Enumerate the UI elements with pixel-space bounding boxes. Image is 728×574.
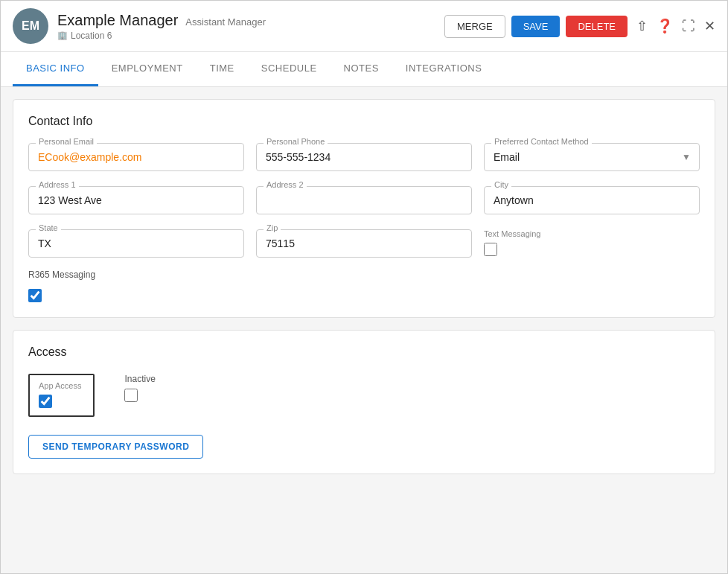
app-access-checkbox-wrapper (39, 395, 81, 408)
header-location: 🏢 Location 6 (57, 31, 444, 41)
employee-name: Example Manager (57, 12, 178, 29)
app-access-label: App Access (39, 381, 81, 390)
state-label: State (36, 223, 61, 232)
app-access-checkbox[interactable] (39, 395, 52, 408)
zip-field: Zip (256, 229, 472, 258)
send-temp-password-button[interactable]: SEND TEMPORARY PASSWORD (28, 435, 203, 459)
header-icons: ⇧ ❓ ⛶ ✕ (636, 18, 715, 34)
r365-messaging-label: R365 Messaging (28, 270, 700, 280)
inactive-checkbox-wrapper (124, 389, 155, 402)
tab-schedule[interactable]: SCHEDULE (248, 52, 331, 86)
merge-button[interactable]: MERGE (444, 15, 505, 38)
r365-messaging-row: R365 Messaging (28, 270, 700, 302)
inactive-checkbox[interactable] (124, 389, 138, 402)
location-icon: 🏢 (57, 31, 68, 40)
r365-messaging-area: R365 Messaging (28, 270, 700, 302)
location-text: Location 6 (71, 31, 112, 41)
personal-email-field: Personal Email (28, 143, 244, 171)
expand-icon[interactable]: ⛶ (682, 19, 695, 34)
employee-role: Assistant Manager (185, 16, 266, 28)
main-content: Contact Info Personal Email Personal Pho… (1, 87, 727, 573)
address2-input[interactable] (256, 186, 472, 214)
contact-info-section: Contact Info Personal Email Personal Pho… (13, 99, 715, 318)
address1-label: Address 1 (36, 180, 79, 189)
app-window: EM Example Manager Assistant Manager 🏢 L… (0, 0, 728, 574)
personal-phone-label: Personal Phone (264, 137, 328, 146)
text-messaging-wrapper (484, 243, 700, 256)
close-icon[interactable]: ✕ (704, 18, 715, 34)
state-field: State (28, 229, 244, 258)
address-row: Address 1 Address 2 City (28, 186, 700, 214)
tab-time[interactable]: TIME (197, 52, 248, 86)
contact-row-1: Personal Email Personal Phone Preferred … (28, 143, 700, 171)
zip-label: Zip (264, 223, 281, 232)
address1-input[interactable] (28, 186, 244, 214)
address1-field: Address 1 (28, 186, 244, 214)
city-field: City (484, 186, 700, 214)
access-fields: App Access Inactive (28, 374, 700, 417)
address2-label: Address 2 (264, 180, 307, 189)
preferred-contact-field: Preferred Contact Method Email Phone Tex… (484, 143, 700, 171)
state-input[interactable] (28, 229, 244, 258)
header-actions: MERGE SAVE DELETE (444, 15, 628, 38)
personal-email-input[interactable] (28, 143, 244, 171)
r365-messaging-checkbox[interactable] (28, 289, 42, 302)
tab-employment[interactable]: EMPLOYMENT (98, 52, 197, 86)
zip-input[interactable] (256, 229, 472, 258)
header: EM Example Manager Assistant Manager 🏢 L… (1, 1, 727, 52)
city-input[interactable] (484, 186, 700, 214)
preferred-contact-select[interactable]: Email Phone Text (484, 143, 700, 171)
delete-button[interactable]: DELETE (566, 16, 628, 37)
text-messaging-checkbox[interactable] (484, 243, 497, 256)
inactive-label: Inactive (124, 374, 155, 384)
access-title: Access (28, 345, 700, 359)
tab-basic-info[interactable]: BASIC INFO (13, 52, 98, 86)
header-info: Example Manager Assistant Manager 🏢 Loca… (57, 12, 444, 41)
tab-integrations[interactable]: INTEGRATIONS (392, 52, 496, 86)
personal-email-label: Personal Email (36, 137, 97, 146)
save-button[interactable]: SAVE (511, 16, 561, 37)
access-section: Access App Access Inactive SEND T (13, 330, 715, 474)
state-row: State Zip Text Messaging (28, 229, 700, 258)
app-access-box: App Access (28, 374, 95, 417)
city-label: City (491, 180, 511, 189)
text-messaging-field: Text Messaging (484, 229, 700, 258)
text-messaging-label: Text Messaging (484, 229, 700, 238)
help-icon[interactable]: ❓ (657, 18, 673, 34)
header-name-row: Example Manager Assistant Manager (57, 12, 444, 29)
upload-icon[interactable]: ⇧ (636, 18, 648, 34)
text-messaging-area: Text Messaging (484, 229, 700, 256)
r365-messaging-wrapper (28, 289, 700, 302)
inactive-field: Inactive (124, 374, 155, 402)
tab-notes[interactable]: NOTES (331, 52, 392, 86)
avatar: EM (13, 8, 48, 44)
preferred-contact-label: Preferred Contact Method (491, 137, 592, 146)
personal-phone-field: Personal Phone (256, 143, 472, 171)
personal-phone-input[interactable] (256, 143, 472, 171)
tabs-bar: BASIC INFO EMPLOYMENT TIME SCHEDULE NOTE… (1, 52, 727, 87)
contact-info-title: Contact Info (28, 115, 700, 128)
address2-field: Address 2 (256, 186, 472, 214)
